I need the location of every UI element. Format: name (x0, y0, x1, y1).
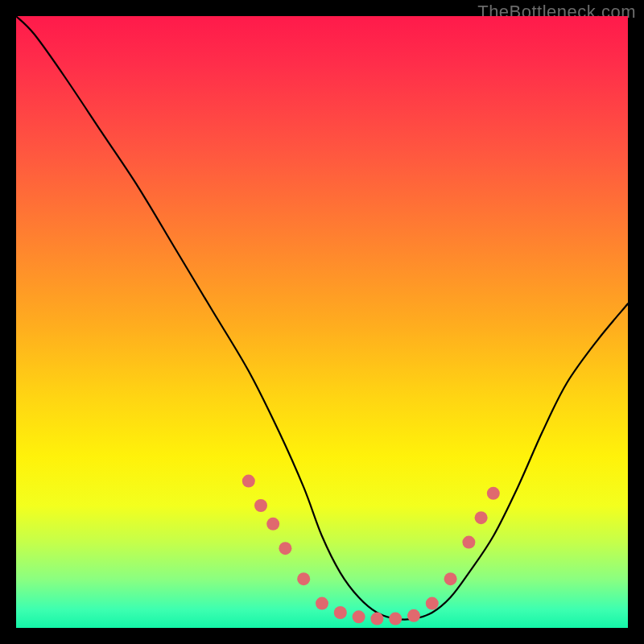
sample-point-dot (370, 613, 383, 625)
sample-point-dot (487, 487, 500, 500)
chart-overlay-svg (16, 16, 628, 628)
sample-point-dot (353, 610, 365, 623)
sample-point-dot (316, 597, 328, 610)
sample-point-dot (475, 511, 488, 524)
sample-point-dot (462, 536, 475, 549)
plot-area (16, 16, 628, 628)
sample-point-dot (297, 572, 310, 585)
sample-point-dot (389, 613, 402, 625)
sample-point-dot (426, 597, 439, 610)
sample-point-dot (266, 518, 279, 530)
sample-point-dot (407, 609, 420, 622)
chart-stage: TheBottleneck.com (0, 0, 644, 644)
sample-points-group (242, 475, 500, 625)
sample-point-dot (444, 572, 457, 585)
bottleneck-curve (16, 16, 628, 620)
sample-point-dot (279, 542, 291, 555)
sample-point-dot (254, 499, 267, 512)
sample-point-dot (334, 606, 347, 619)
sample-point-dot (242, 475, 255, 488)
